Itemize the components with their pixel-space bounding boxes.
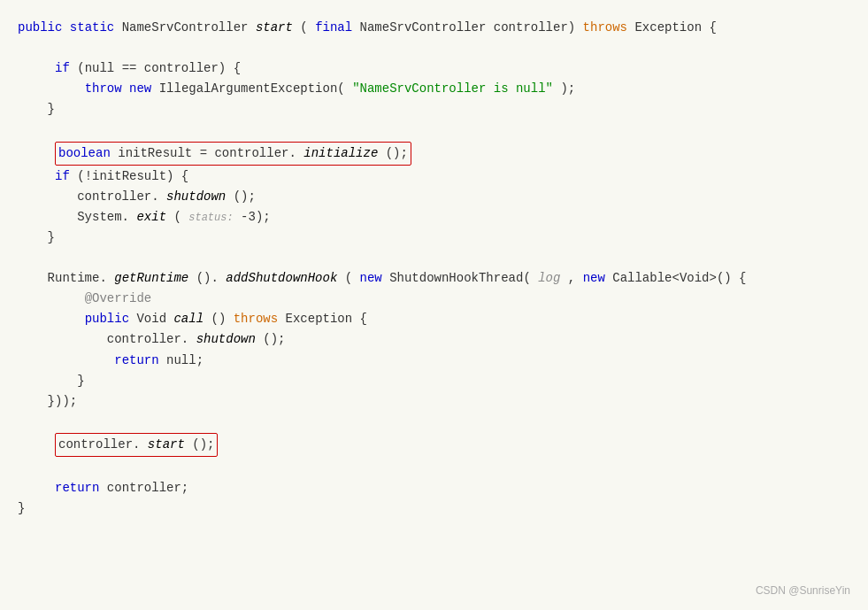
code-line-9: controller. shutdown ();	[18, 187, 850, 207]
code-line-17: return null;	[18, 351, 850, 371]
code-line-3: if (null == controller) {	[18, 58, 850, 79]
keyword-public-2: public	[85, 312, 129, 326]
code-line-21: controller. start ();	[18, 432, 850, 458]
code-line-16: controller. shutdown ();	[18, 329, 850, 350]
keyword-new-3: new	[583, 271, 605, 285]
highlighted-controller-start: controller. start ();	[55, 433, 218, 457]
method-exit: exit	[136, 210, 166, 224]
keyword-if: if	[55, 61, 70, 75]
code-line-8: if (!initResult) {	[18, 166, 850, 187]
method-call: call	[173, 312, 204, 326]
code-line-10: System. exit ( status: -3);	[18, 207, 850, 228]
code-line-22	[18, 458, 850, 478]
method-start: start	[148, 437, 185, 452]
code-line-6	[18, 120, 850, 140]
keyword-throws-2: throws	[234, 312, 278, 326]
code-line-11: }	[18, 228, 850, 248]
hint-status: status:	[188, 212, 233, 224]
keyword-throw: throw	[85, 81, 122, 96]
keyword-if-2: if	[55, 169, 70, 183]
keyword-final: final	[315, 20, 352, 35]
code-line-7: boolean initResult = controller. initial…	[18, 141, 850, 166]
keyword-new-1: new	[129, 81, 151, 96]
code-viewer: public static NameSrvController start ( …	[0, 0, 868, 610]
code-line-5: }	[18, 99, 850, 120]
var-log: log	[538, 271, 560, 285]
code-line-13: Runtime. getRuntime (). addShutdownHook …	[18, 268, 850, 289]
method-getruntime: getRuntime	[114, 271, 188, 285]
annotation-override: @Override	[85, 291, 152, 305]
code-line-4: throw new IllegalArgumentException( "Nam…	[18, 79, 850, 99]
code-line-1: public static NameSrvController start ( …	[18, 18, 850, 38]
keyword-new-2: new	[360, 271, 382, 285]
code-line-24: }	[18, 498, 850, 519]
keyword-throws: throws	[583, 20, 627, 35]
code-line-18: }	[18, 371, 850, 391]
code-line-23: return controller;	[18, 478, 850, 498]
code-line-20	[18, 412, 850, 432]
method-shutdown-1: shutdown	[166, 189, 226, 204]
string-literal-1: "NameSrvController is null"	[352, 81, 553, 96]
highlighted-init-result: boolean initResult = controller. initial…	[55, 142, 411, 166]
code-line-14: @Override	[18, 289, 850, 309]
code-line-15: public Void call () throws Exception {	[18, 309, 850, 329]
method-initialize: initialize	[303, 146, 378, 160]
keyword-return-2: return	[55, 481, 99, 495]
method-start: start	[256, 20, 293, 35]
keyword-boolean: boolean	[58, 146, 111, 160]
method-shutdown-2: shutdown	[196, 332, 256, 346]
keyword-public: public	[18, 20, 62, 35]
keyword-return-1: return	[114, 353, 158, 367]
watermark: CSDN @SunriseYin	[756, 583, 850, 599]
code-line-19: }));	[18, 391, 850, 412]
code-line-12	[18, 248, 850, 268]
code-line-2	[18, 38, 850, 58]
keyword-static: static	[70, 20, 114, 35]
method-addshutdownhook: addShutdownHook	[226, 271, 337, 285]
